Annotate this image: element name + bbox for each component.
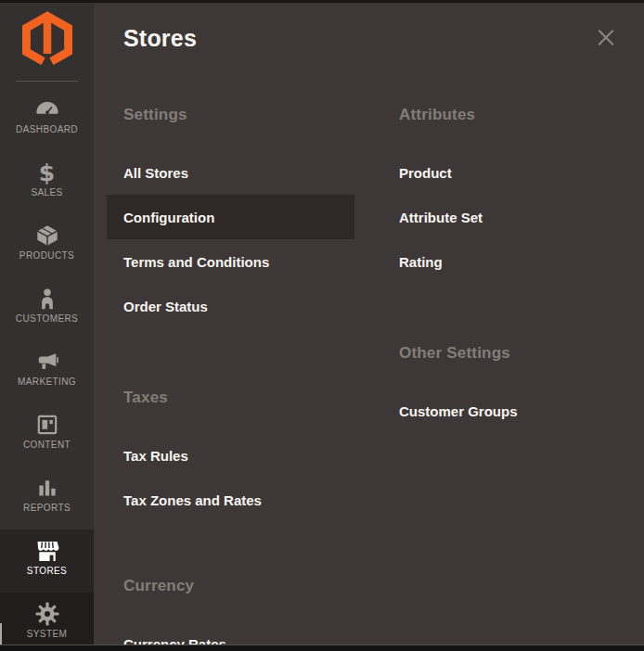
close-icon[interactable] <box>592 23 620 51</box>
magento-logo-icon <box>22 11 72 72</box>
bar-chart-icon <box>36 474 58 502</box>
page-edge-sliver <box>0 623 2 645</box>
admin-sidebar: DASHBOARD $ SALES PRODUCTS <box>0 3 94 651</box>
menu-item-label: Terms and Conditions <box>123 254 269 270</box>
sidebar-item-dashboard[interactable]: DASHBOARD <box>0 88 94 151</box>
sidebar-item-stores[interactable]: STORES <box>0 530 94 593</box>
menu-item-label: All Stores <box>123 165 188 181</box>
menu-item-label: Customer Groups <box>399 403 518 419</box>
sidebar-item-reports[interactable]: REPORTS <box>0 466 94 530</box>
sidebar-item-marketing[interactable]: MARKETING <box>0 340 94 403</box>
megaphone-icon <box>35 348 59 376</box>
menu-item-customer-groups[interactable]: Customer Groups <box>382 389 630 433</box>
menu-item-label: Rating <box>399 254 443 270</box>
menu-item-label: Attribute Set <box>399 210 483 225</box>
menu-section-settings: Settings All Stores Configuration Terms … <box>107 104 354 328</box>
magento-admin-screen: DASHBOARD $ SALES PRODUCTS <box>0 0 644 651</box>
menu-item-tax-zones-and-rates[interactable]: Tax Zones and Rates <box>107 478 354 522</box>
section-heading: Attributes <box>382 104 630 126</box>
window-top-edge <box>0 0 644 3</box>
menu-item-rating[interactable]: Rating <box>382 239 630 284</box>
sidebar-item-label: SALES <box>31 187 62 198</box>
menu-item-attribute-set[interactable]: Attribute Set <box>382 195 630 239</box>
section-heading: Other Settings <box>382 342 630 364</box>
flyout-title: Stores <box>123 25 197 52</box>
sidebar-item-label: SYSTEM <box>27 629 68 639</box>
menu-item-configuration[interactable]: Configuration <box>107 195 354 239</box>
sidebar-item-label: CONTENT <box>23 440 71 450</box>
window-bottom-edge <box>0 645 644 651</box>
magento-logo[interactable] <box>0 3 94 81</box>
sidebar-item-label: STORES <box>27 566 67 576</box>
menu-item-label: Product <box>399 165 452 181</box>
sidebar-nav: DASHBOARD $ SALES PRODUCTS <box>0 88 94 651</box>
dollar-icon: $ <box>39 159 55 186</box>
menu-item-label: Configuration <box>123 210 214 225</box>
sidebar-item-content[interactable]: CONTENT <box>0 403 94 466</box>
person-icon <box>35 285 59 313</box>
sidebar-item-label: DASHBOARD <box>16 124 78 134</box>
sidebar-item-products[interactable]: PRODUCTS <box>0 214 94 277</box>
cube-icon <box>35 222 59 249</box>
sidebar-divider <box>16 81 78 82</box>
sidebar-item-system[interactable]: SYSTEM <box>0 593 94 651</box>
menu-section-other-settings: Other Settings Customer Groups <box>382 342 630 433</box>
storefront-icon <box>34 537 60 565</box>
menu-item-order-status[interactable]: Order Status <box>107 284 354 328</box>
sidebar-item-label: REPORTS <box>23 503 71 513</box>
menu-section-attributes: Attributes Product Attribute Set Rating <box>382 104 630 284</box>
sidebar-item-label: PRODUCTS <box>19 250 74 261</box>
section-heading: Settings <box>107 104 354 126</box>
gear-icon <box>34 600 60 628</box>
menu-item-tax-rules[interactable]: Tax Rules <box>107 433 354 478</box>
sidebar-item-label: CUSTOMERS <box>16 313 78 324</box>
menu-item-product[interactable]: Product <box>382 150 630 195</box>
menu-item-label: Tax Zones and Rates <box>123 492 262 508</box>
sidebar-item-label: MARKETING <box>18 377 76 387</box>
stores-flyout-menu: Stores Settings All Stores Configuration… <box>94 3 644 651</box>
dashboard-icon <box>35 96 59 123</box>
menu-item-terms-and-conditions[interactable]: Terms and Conditions <box>107 239 354 284</box>
menu-item-all-stores[interactable]: All Stores <box>107 150 354 195</box>
section-heading: Currency <box>107 575 354 597</box>
sidebar-item-sales[interactable]: $ SALES <box>0 151 94 214</box>
menu-section-taxes: Taxes Tax Rules Tax Zones and Rates <box>107 387 354 522</box>
section-heading: Taxes <box>107 387 354 409</box>
page-layout-icon <box>36 411 58 439</box>
menu-item-label: Order Status <box>123 299 208 314</box>
menu-section-currency: Currency Currency Rates <box>107 575 354 651</box>
sidebar-item-customers[interactable]: CUSTOMERS <box>0 277 94 340</box>
menu-item-label: Tax Rules <box>123 448 188 464</box>
